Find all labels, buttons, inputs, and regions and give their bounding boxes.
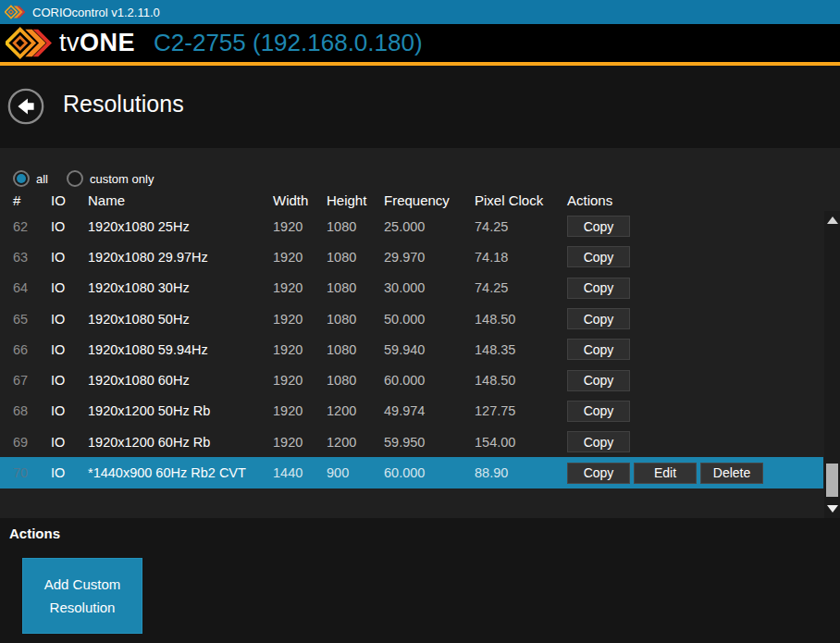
row-pixel-clock: 74.25 xyxy=(475,280,567,295)
titlebar: CORIOcontrol v1.2.11.0 xyxy=(0,0,840,24)
edit-button[interactable]: Edit xyxy=(634,463,697,484)
row-number: 69 xyxy=(13,435,51,450)
row-name: 1920x1080 59.94Hz xyxy=(88,342,273,357)
row-height: 1080 xyxy=(327,250,384,265)
row-io: IO xyxy=(51,280,88,295)
row-height: 1200 xyxy=(327,403,384,418)
scroll-up-arrow-icon[interactable] xyxy=(824,214,840,227)
app-logo-icon xyxy=(5,4,25,20)
row-height: 1080 xyxy=(327,312,384,327)
col-width: Width xyxy=(273,192,327,208)
row-name: 1920x1080 30Hz xyxy=(88,280,273,295)
row-width: 1920 xyxy=(273,403,327,418)
col-pixel-clock: Pixel Clock xyxy=(475,192,567,208)
resolutions-panel: all custom only # IO Name Width Height F… xyxy=(0,148,840,518)
table-row[interactable]: 70 IO *1440x900 60Hz Rb2 CVT 1440 900 60… xyxy=(0,457,823,488)
brand-logo-text: tvONE xyxy=(59,29,135,57)
radio-custom-only-label: custom only xyxy=(90,172,154,186)
row-width: 1920 xyxy=(273,435,327,450)
row-frequency: 30.000 xyxy=(384,280,475,295)
row-pixel-clock: 74.25 xyxy=(475,219,567,234)
row-width: 1920 xyxy=(273,250,327,265)
row-actions: Copy xyxy=(567,216,823,237)
add-custom-resolution-button[interactable]: Add Custom Resolution xyxy=(22,558,142,634)
filter-radio-group: all custom only xyxy=(13,170,154,187)
actions-heading: Actions xyxy=(9,526,60,541)
back-arrow-icon xyxy=(6,87,45,126)
row-number: 64 xyxy=(13,280,51,295)
copy-button[interactable]: Copy xyxy=(567,339,630,360)
row-actions: Copy xyxy=(567,339,823,360)
page-header: Resolutions xyxy=(0,66,840,148)
row-number: 62 xyxy=(13,219,51,234)
row-height: 1080 xyxy=(327,342,384,357)
scrollbar-thumb[interactable] xyxy=(826,464,838,497)
row-io: IO xyxy=(51,373,88,388)
row-io: IO xyxy=(51,312,88,327)
row-pixel-clock: 148.50 xyxy=(475,373,567,388)
table-row[interactable]: 69 IO 1920x1200 60Hz Rb 1920 1200 59.950… xyxy=(0,427,823,457)
table-row[interactable]: 66 IO 1920x1080 59.94Hz 1920 1080 59.940… xyxy=(0,334,823,365)
copy-button[interactable]: Copy xyxy=(567,216,630,237)
copy-button[interactable]: Copy xyxy=(567,431,630,452)
copy-button[interactable]: Copy xyxy=(567,308,630,329)
scroll-down-arrow-icon[interactable] xyxy=(824,502,840,515)
table-row[interactable]: 68 IO 1920x1200 50Hz Rb 1920 1200 49.974… xyxy=(0,396,823,427)
copy-button[interactable]: Copy xyxy=(567,370,630,391)
col-io: IO xyxy=(51,192,88,208)
row-pixel-clock: 154.00 xyxy=(475,435,567,450)
row-pixel-clock: 148.35 xyxy=(475,342,567,357)
row-name: *1440x900 60Hz Rb2 CVT xyxy=(88,465,273,480)
radio-custom-only[interactable]: custom only xyxy=(67,170,154,187)
row-width: 1920 xyxy=(273,280,327,295)
row-actions: Copy xyxy=(567,278,823,299)
row-pixel-clock: 88.90 xyxy=(475,465,567,480)
row-height: 1080 xyxy=(327,280,384,295)
row-pixel-clock: 127.75 xyxy=(475,403,567,418)
col-height: Height xyxy=(327,192,384,208)
row-io: IO xyxy=(51,465,88,480)
row-frequency: 49.974 xyxy=(384,403,475,418)
row-height: 1200 xyxy=(327,435,384,450)
row-name: 1920x1080 60Hz xyxy=(88,373,273,388)
row-frequency: 29.970 xyxy=(384,250,475,265)
row-name: 1920x1080 50Hz xyxy=(88,312,273,327)
row-width: 1920 xyxy=(273,342,327,357)
row-width: 1920 xyxy=(273,373,327,388)
back-button[interactable] xyxy=(6,87,45,126)
row-actions: Copy xyxy=(567,370,823,391)
row-actions: Copy xyxy=(567,401,823,422)
row-frequency: 50.000 xyxy=(384,312,475,327)
col-frequency: Frequency xyxy=(384,192,475,208)
tvone-logo-icon xyxy=(6,26,52,60)
col-number: # xyxy=(13,192,51,208)
radio-all-label: all xyxy=(36,172,48,186)
row-frequency: 59.950 xyxy=(384,435,475,450)
row-frequency: 25.000 xyxy=(384,219,475,234)
radio-all[interactable]: all xyxy=(13,170,48,187)
row-width: 1920 xyxy=(273,219,327,234)
table-row[interactable]: 65 IO 1920x1080 50Hz 1920 1080 50.000 14… xyxy=(0,303,823,334)
copy-button[interactable]: Copy xyxy=(567,246,630,267)
copy-button[interactable]: Copy xyxy=(567,463,630,484)
row-number: 67 xyxy=(13,373,51,388)
vertical-scrollbar[interactable] xyxy=(824,211,840,518)
table-row[interactable]: 67 IO 1920x1080 60Hz 1920 1080 60.000 14… xyxy=(0,365,823,395)
copy-button[interactable]: Copy xyxy=(567,401,630,422)
row-width: 1440 xyxy=(273,465,327,480)
row-name: 1920x1200 50Hz Rb xyxy=(88,403,273,418)
table-row[interactable]: 64 IO 1920x1080 30Hz 1920 1080 30.000 74… xyxy=(0,273,823,303)
row-pixel-clock: 74.18 xyxy=(475,250,567,265)
row-frequency: 59.940 xyxy=(384,342,475,357)
copy-button[interactable]: Copy xyxy=(567,278,630,299)
radio-all-icon[interactable] xyxy=(13,170,30,187)
row-number: 70 xyxy=(13,465,51,480)
col-actions: Actions xyxy=(567,192,823,208)
table-header: # IO Name Width Height Frequency Pixel C… xyxy=(0,189,823,211)
table-row[interactable]: 62 IO 1920x1080 25Hz 1920 1080 25.000 74… xyxy=(0,211,823,241)
table-row[interactable]: 63 IO 1920x1080 29.97Hz 1920 1080 29.970… xyxy=(0,241,823,272)
radio-custom-only-icon[interactable] xyxy=(67,170,83,187)
row-name: 1920x1080 29.97Hz xyxy=(88,250,273,265)
app-title: CORIOcontrol v1.2.11.0 xyxy=(32,6,160,19)
delete-button[interactable]: Delete xyxy=(700,463,763,484)
